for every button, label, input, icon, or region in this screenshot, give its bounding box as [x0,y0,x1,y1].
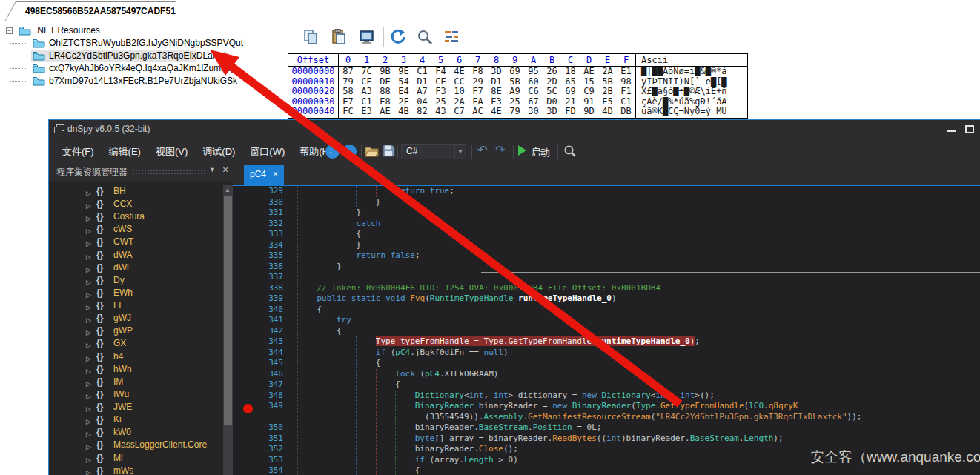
hex-byte: 88 [376,87,394,97]
paste-icon[interactable] [330,28,348,46]
code-text: Type typeFromHandle = Type.GetTypeFromHa… [376,336,700,348]
namespace-label: CCX [113,198,132,210]
redo-icon[interactable]: ↷ [495,143,505,157]
namespace-item[interactable]: ▷{}dWA [49,249,223,262]
resource-item[interactable]: LR4Cc2YdSbtlPu3Gpn.gkaT3RqoEIxDLaxtck [0,50,285,62]
hex-byte: 79 [506,107,524,117]
panel-grip[interactable] [132,169,206,175]
namespace-item[interactable]: ▷{}hWn [49,363,223,376]
app-window-icon [54,124,64,134]
hex-byte: C1 [413,67,431,77]
maximize-button[interactable] [965,125,974,133]
namespace-item[interactable]: ▷{}kW0 [49,426,223,439]
hex-column-header: 1 [357,54,376,66]
tree-connector [10,56,27,56]
menu-item[interactable]: 视图(V) [148,142,195,162]
hex-byte: 25 [506,97,524,107]
namespace-item[interactable]: ▷{}IM [49,376,223,388]
chevron-down-icon[interactable]: ▼ [209,166,216,173]
navigate-back-icon[interactable]: ← [325,145,340,159]
search-icon[interactable] [563,145,577,158]
menu-item[interactable]: 文件(F) [55,142,102,162]
undo-icon[interactable]: ↶ [477,143,487,157]
hex-column-header: 2 [376,54,394,66]
hex-byte: 54 [394,77,413,87]
namespace-item[interactable]: ▷{}CWT [49,236,223,248]
namespace-icon: {} [96,452,103,465]
resource-item[interactable]: cxQ7kyAhJb6oYRk4eQ.Iq4xaQaJKm1lZumb6j [0,62,285,75]
namespace-icon: {} [96,351,103,363]
code-line: 335return false; [233,250,980,262]
namespace-item[interactable]: ▷{}gWJ [49,312,223,325]
namespace-item[interactable]: ▷{}Dy [49,274,223,287]
namespace-icon: {} [96,236,103,248]
scroll-up-icon[interactable]: ▲ [225,187,231,193]
navigate-forward-icon[interactable]: → [342,145,357,159]
start-button[interactable]: 启动 [531,146,550,159]
hex-column-header: D [580,54,598,66]
open-file-icon[interactable] [365,145,380,158]
namespace-item[interactable]: ▷{}dWl [49,262,223,274]
namespace-item[interactable]: ▷{}FL [49,299,223,312]
copy-icon[interactable] [302,28,320,46]
namespace-item[interactable]: ▷{}Costura [49,210,223,223]
language-selector[interactable]: C# ▼ [401,144,466,159]
minimize-button[interactable] [947,130,956,132]
menu-item[interactable]: 编辑(E) [102,142,148,162]
hex-byte: 4E [450,67,469,77]
namespace-icon: {} [96,287,103,299]
namespace-item[interactable]: ▷{}gWP [49,325,223,337]
menu-item[interactable]: 窗口(W) [242,142,292,162]
namespace-label: GX [113,337,126,350]
resource-window-tab[interactable]: 498EC58566B52AA5875497CADF513 [4,1,176,21]
search-icon[interactable] [416,28,434,46]
close-icon[interactable]: × [222,164,228,176]
line-number: 352 [233,444,283,455]
scrollbar-thumb[interactable] [224,196,232,425]
namespace-item[interactable]: ▷{}Ki [49,413,223,426]
chevron-right-icon[interactable]: ▷ [86,467,91,475]
namespace-label: mWs [113,465,133,475]
code-text: return true; [395,186,454,197]
resource-item[interactable]: OhlZTCTSRuWyubB2fG.hJyGNiDNgbpSSPVQut [0,37,285,50]
resource-root-row[interactable]: − .NET Resources [0,24,285,37]
hex-byte: 9D [580,107,598,117]
namespace-item[interactable]: ▷{}h4 [49,351,223,363]
namespace-item[interactable]: ▷{}mWs [49,465,223,475]
hex-row: 00000030E7C1E82F04252AFAE32567D02191E5C1… [288,97,747,107]
start-debug-icon[interactable] [518,145,526,156]
hex-ascii: yÎÞTÑÎÌ)Ñ[`-e█[█ [635,77,746,87]
hex-row: 0000002058A388E4A7F310F78EA9C65C69C92BF1… [288,87,747,97]
line-number: 347 [233,379,283,391]
chevron-down-icon[interactable]: ▼ [454,145,466,159]
namespace-item[interactable]: ▷{}JWE [49,401,223,413]
namespace-item[interactable]: ▷{}BH [49,185,223,198]
namespace-item[interactable]: ▷{}MassLoggerClient.Core [49,439,223,451]
resource-item[interactable]: b7XmD97o14L13xFEcR.B1Pe7UrZbjaNUkiGSk [0,75,285,87]
layout-icon[interactable] [443,28,460,46]
namespace-item[interactable]: ▷{}Ml [49,452,223,465]
breakpoint-dot[interactable] [243,404,253,413]
namespace-item[interactable]: ▷{}CCX [49,198,223,210]
refresh-icon[interactable] [389,28,407,46]
code-editor[interactable]: 329return true;330}331}332catch333{334}3… [233,186,980,475]
menu-item[interactable]: 调试(D) [195,142,242,162]
namespace-icon: {} [96,413,103,426]
code-text: byte[] array = binaryReader.ReadBytes((i… [415,434,784,445]
namespace-item[interactable]: ▷{}GX [49,337,223,350]
namespace-item[interactable]: ▷{}cWS [49,223,223,236]
toolbar-separator [471,145,472,159]
close-icon[interactable]: × [273,169,278,179]
namespace-icon: {} [96,325,103,337]
tab-pC4[interactable]: pC4× [244,165,284,185]
collapse-icon[interactable]: − [6,27,13,34]
namespace-item[interactable]: ▷{}IWu [49,388,223,401]
namespace-item[interactable]: ▷{}EWh [49,287,223,299]
hex-byte: C7 [450,107,469,117]
dnspy-window: dnSpy v6.0.5 (32-bit) 文件(F)编辑(E)视图(V)调试(… [48,119,980,475]
explorer-scrollbar[interactable]: ▲ [223,185,233,475]
export-icon[interactable] [358,28,376,46]
hex-byte: C9 [580,87,598,97]
hex-editor-window: Offset 0123456789ABCDEF Ascii 0000000087… [285,0,749,119]
save-all-icon[interactable] [383,145,395,157]
